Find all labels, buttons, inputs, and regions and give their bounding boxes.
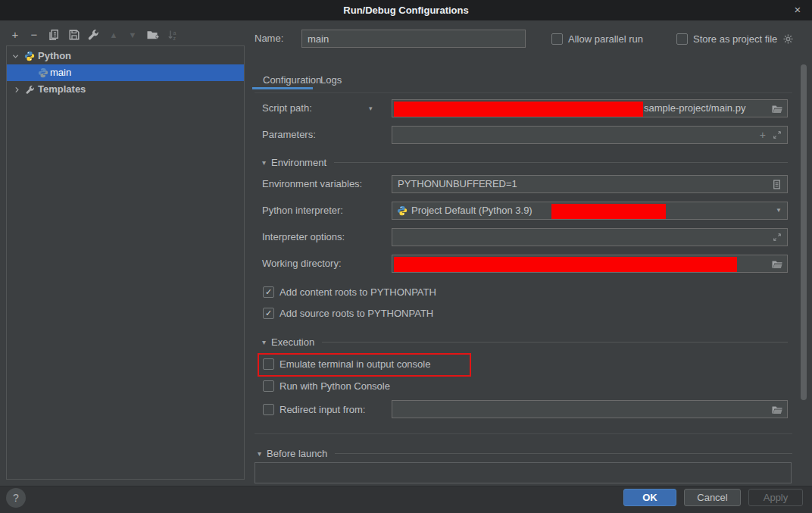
tree-item-python[interactable]: Python: [7, 48, 244, 64]
environment-variables-label: Environment variables:: [262, 175, 362, 193]
tree-item-main[interactable]: main: [7, 64, 244, 81]
working-directory-label: Working directory:: [262, 255, 342, 273]
add-macro-icon[interactable]: +: [760, 127, 766, 143]
chevron-down-icon: [11, 52, 20, 61]
redaction-block: [551, 204, 666, 219]
minus-icon: −: [31, 27, 38, 42]
new-folder-icon: [146, 29, 159, 41]
interpreter-options-field[interactable]: [392, 228, 788, 246]
add-source-roots-checkbox[interactable]: ✓ Add source roots to PYTHONPATH: [263, 305, 433, 321]
store-as-project-file-checkbox[interactable]: Store as project file: [676, 31, 794, 46]
checkbox-label: Add content roots to PYTHONPATH: [280, 286, 436, 298]
before-launch-task-list[interactable]: [255, 462, 792, 483]
section-rule: [334, 162, 788, 163]
python-interpreter-value: Project Default (Python 3.9): [411, 202, 532, 219]
browse-folder-icon[interactable]: [771, 103, 783, 115]
parameters-field[interactable]: +: [392, 126, 788, 144]
browse-folder-icon[interactable]: [771, 258, 783, 271]
content-bottom-rule: [255, 433, 792, 434]
remove-button[interactable]: −: [26, 27, 42, 42]
section-label: Before launch: [267, 448, 327, 459]
emulate-terminal-checkbox[interactable]: Emulate terminal in output console: [263, 356, 430, 371]
tab-logs[interactable]: Logs: [320, 72, 342, 89]
script-path-dropdown-icon[interactable]: ▾: [369, 99, 373, 117]
redirect-input-checkbox[interactable]: Redirect input from:: [263, 402, 365, 417]
copy-icon: [48, 29, 60, 41]
triangle-down-icon: ▼: [129, 27, 137, 42]
expand-icon[interactable]: [772, 232, 782, 242]
run-debug-configurations-dialog: Run/Debug Configurations × + − ▲ ▼ az Py…: [0, 0, 812, 513]
python-icon: [24, 51, 35, 61]
svg-text:z: z: [173, 36, 176, 41]
tree-item-label: main: [50, 64, 71, 81]
expand-icon[interactable]: [772, 130, 782, 140]
python-interpreter-dropdown[interactable]: Project Default (Python 3.9) ▼: [392, 202, 788, 220]
edit-variables-icon[interactable]: [771, 179, 782, 190]
save-button[interactable]: [66, 27, 83, 42]
run-with-python-console-checkbox[interactable]: Run with Python Console: [263, 378, 390, 393]
python-icon: [38, 67, 48, 78]
cancel-button[interactable]: Cancel: [684, 489, 741, 506]
tree-item-label: Templates: [38, 81, 86, 98]
collapse-arrow-icon: ▾: [258, 449, 261, 458]
collapse-arrow-icon: ▾: [262, 338, 266, 346]
dialog-title: Run/Debug Configurations: [0, 0, 812, 20]
tree-item-templates[interactable]: Templates: [7, 81, 244, 98]
dropdown-arrow-icon: ▼: [776, 202, 782, 219]
check-icon: ✓: [265, 309, 272, 317]
add-button[interactable]: +: [7, 27, 23, 42]
section-label: Environment: [271, 157, 326, 168]
environment-section-header[interactable]: ▾ Environment: [262, 155, 788, 170]
move-down-button[interactable]: ▼: [124, 27, 141, 42]
section-rule: [322, 342, 788, 343]
chevron-right-icon: [13, 86, 21, 94]
title-bar: Run/Debug Configurations ×: [0, 0, 812, 20]
svg-text:a: a: [173, 30, 176, 36]
script-path-value: sample-project/main.py: [644, 100, 745, 117]
section-label: Execution: [271, 336, 314, 348]
browse-folder-icon[interactable]: [771, 404, 783, 416]
tab-configuration[interactable]: Configuration: [263, 72, 321, 89]
active-tab-underline: [252, 87, 313, 89]
redirect-input-field[interactable]: [392, 400, 788, 418]
edit-templates-button[interactable]: [85, 27, 102, 42]
apply-button[interactable]: Apply: [748, 489, 803, 506]
name-input[interactable]: [301, 30, 526, 48]
section-rule: [335, 453, 792, 454]
interpreter-options-label: Interpreter options:: [262, 228, 345, 246]
plus-icon: +: [12, 27, 19, 42]
execution-section-header[interactable]: ▾ Execution: [262, 334, 788, 349]
python-interpreter-label: Python interpreter:: [262, 202, 343, 220]
checkbox-box: ✓: [263, 286, 274, 298]
parameters-label: Parameters:: [262, 126, 316, 144]
working-directory-field[interactable]: [392, 255, 788, 273]
before-launch-section-header[interactable]: ▾ Before launch: [258, 446, 792, 461]
checkbox-label: Redirect input from:: [280, 404, 365, 415]
move-up-button[interactable]: ▲: [105, 27, 122, 42]
sort-az-icon: az: [167, 29, 179, 41]
help-button[interactable]: ?: [6, 488, 26, 508]
script-path-field[interactable]: sample-project/main.py: [392, 99, 788, 117]
close-icon[interactable]: ×: [789, 0, 806, 20]
triangle-up-icon: ▲: [110, 27, 118, 42]
redaction-block: [394, 102, 643, 117]
wrench-icon: [87, 29, 99, 41]
vertical-scrollbar-thumb[interactable]: [801, 64, 807, 400]
environment-variables-field[interactable]: PYTHONUNBUFFERED=1: [392, 175, 788, 193]
add-content-roots-checkbox[interactable]: ✓ Add content roots to PYTHONPATH: [263, 284, 436, 299]
checkbox-label: Store as project file: [693, 33, 777, 45]
tab-separator: [255, 92, 792, 93]
sort-button[interactable]: az: [164, 27, 181, 42]
environment-variables-value: PYTHONUNBUFFERED=1: [398, 176, 517, 192]
checkbox-box: ✓: [263, 308, 274, 319]
collapse-arrow-icon: ▾: [262, 158, 266, 167]
name-label: Name:: [255, 30, 283, 48]
checkbox-label: Run with Python Console: [280, 380, 390, 392]
check-icon: ✓: [265, 288, 272, 296]
allow-parallel-run-checkbox[interactable]: Allow parallel run: [551, 31, 643, 46]
ok-button[interactable]: OK: [623, 489, 676, 506]
gear-icon[interactable]: [782, 33, 794, 45]
copy-button[interactable]: [45, 27, 62, 42]
new-folder-button[interactable]: [144, 27, 161, 42]
configurations-tree: Python main Templates: [6, 45, 245, 480]
